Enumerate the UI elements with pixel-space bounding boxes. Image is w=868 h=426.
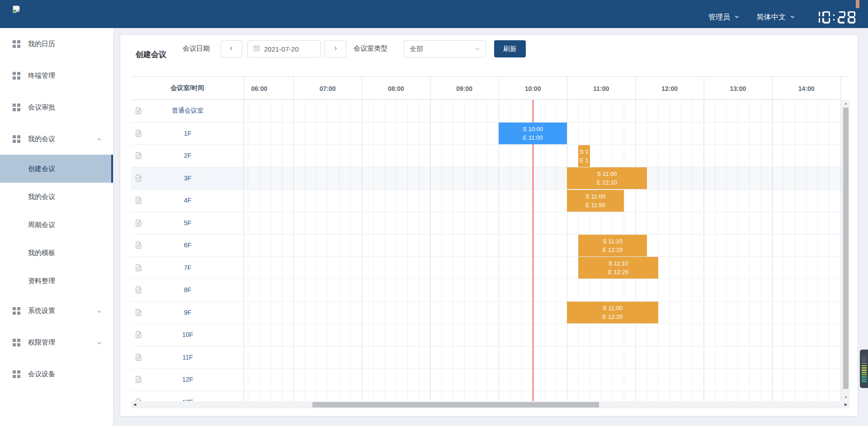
grid-row[interactable] — [244, 346, 842, 369]
schedule-grid[interactable]: S 10:00E 11:00S 1E 1S 11:00E 12:10S 11:0… — [244, 100, 842, 401]
room-link[interactable]: 10F — [131, 331, 244, 338]
room-link[interactable]: 8F — [131, 286, 244, 293]
grid-row[interactable] — [244, 189, 842, 212]
room-row: 8F — [131, 279, 244, 302]
room-row: 1F — [131, 123, 244, 145]
room-link[interactable]: 3F — [131, 175, 244, 182]
grid-row[interactable] — [244, 257, 842, 279]
grid-icon — [13, 307, 20, 315]
time-header-cell: 08:00 — [362, 77, 430, 100]
horizontal-scrollbar-thumb[interactable] — [312, 402, 599, 407]
sidebar-item-2[interactable]: 终端管理 — [0, 60, 113, 91]
sidebar-item-4[interactable]: 我的会议 — [0, 123, 113, 155]
meeting-end: E 11:00 — [523, 133, 543, 142]
room-row: 7F — [131, 257, 244, 279]
meeting-end: E 12:20 — [608, 268, 628, 276]
language-menu-label: 简体中文 — [757, 13, 786, 22]
schedule-table: 会议室/时间 06:0007:0008:0009:0010:0011:0012:… — [131, 76, 849, 408]
sidebar-item-label: 系统设置 — [28, 307, 55, 315]
grid-row[interactable] — [244, 279, 842, 302]
scroll-up-icon[interactable]: ▲ — [842, 100, 849, 107]
scrollbar-artifact — [856, 0, 859, 8]
sidebar-item-5[interactable]: 系统设置 — [0, 295, 113, 327]
chevron-down-icon — [475, 45, 480, 53]
content-card: 创建会议 会议日期 2021-07-20 会议室类型 全部 — [120, 35, 858, 416]
grid-row[interactable] — [244, 302, 842, 324]
room-link[interactable]: 6F — [131, 241, 244, 249]
grid-row[interactable] — [244, 145, 842, 167]
scroll-down-icon[interactable]: ▼ — [842, 394, 849, 401]
sidebar-item-3[interactable]: 会议审批 — [0, 91, 113, 123]
sidebar-item-1[interactable]: 我的日历 — [0, 28, 113, 60]
sidebar-item-7[interactable]: 会议设备 — [0, 358, 113, 390]
grid-row[interactable] — [244, 234, 842, 257]
sidebar-subitem[interactable]: 我的会议 — [0, 183, 113, 211]
room-link[interactable]: 2F — [131, 152, 244, 159]
meeting-block[interactable]: S 11:10E 12:10 — [578, 235, 646, 256]
meeting-block[interactable]: S 11:00E 11:50 — [567, 190, 624, 212]
calendar-icon — [253, 45, 260, 53]
room-link[interactable]: 5F — [131, 219, 244, 227]
sidebar-subitem[interactable]: 资料整理 — [0, 267, 113, 295]
room-link[interactable]: 9F — [131, 309, 244, 316]
room-row: 2F — [131, 145, 244, 167]
digital-clock — [812, 11, 855, 24]
meeting-block[interactable]: S 1E 1 — [578, 145, 590, 167]
scroll-right-icon[interactable]: ▶ — [842, 401, 849, 408]
scroll-left-icon[interactable]: ◀ — [131, 401, 138, 408]
vertical-scrollbar[interactable]: ▲ ▼ — [842, 100, 849, 401]
grid-row[interactable] — [244, 212, 842, 235]
room-type-value: 全部 — [410, 45, 475, 53]
grid-row[interactable] — [244, 369, 842, 391]
topbar: 管理员 简体中文 — [0, 0, 868, 28]
sidebar-subitem-label: 资料整理 — [28, 277, 55, 285]
room-link[interactable]: 普通会议室 — [131, 107, 244, 115]
sidebar-subitem[interactable]: 周期会议 — [0, 211, 113, 239]
level-meter-widget[interactable] — [860, 350, 868, 388]
time-header-cell: 09:00 — [430, 77, 499, 100]
chevron-down-icon — [96, 308, 102, 316]
refresh-button[interactable]: 刷新 — [494, 40, 526, 57]
corner-header: 会议室/时间 — [131, 77, 244, 100]
sidebar-subitem[interactable]: 创建会议 — [0, 155, 113, 183]
sidebar-item-6[interactable]: 权限管理 — [0, 327, 113, 358]
grid-row[interactable] — [244, 167, 842, 190]
chevron-up-icon — [96, 136, 102, 144]
rooms-column: 普通会议室1F2F3F4F5F6F7F8F9F10F11F12F13F — [131, 100, 244, 401]
room-link[interactable]: 11F — [131, 354, 244, 361]
sidebar-subitem[interactable]: 我的模板 — [0, 239, 113, 267]
grid-row[interactable] — [244, 391, 842, 402]
vertical-scrollbar-thumb[interactable] — [843, 108, 849, 389]
meeting-start: S 11:10 — [609, 259, 628, 268]
meeting-block[interactable]: S 11:10E 12:20 — [578, 257, 658, 279]
room-link[interactable]: 4F — [131, 197, 244, 204]
topbar-right: 管理员 简体中文 — [708, 0, 855, 28]
language-menu[interactable]: 简体中文 — [757, 13, 795, 22]
room-row: 13F — [131, 391, 244, 402]
meeting-block[interactable]: S 11:00E 12:10 — [567, 167, 647, 189]
room-row: 10F — [131, 324, 244, 346]
horizontal-scrollbar[interactable]: ◀ ▶ — [131, 401, 849, 408]
room-link[interactable]: 13F — [131, 398, 244, 401]
date-picker[interactable]: 2021-07-20 — [247, 40, 321, 57]
grid-row[interactable] — [244, 324, 842, 346]
grid-row[interactable] — [244, 100, 842, 123]
next-day-button[interactable] — [325, 40, 346, 57]
room-link[interactable]: 12F — [131, 376, 244, 383]
room-link[interactable]: 7F — [131, 264, 244, 271]
sidebar-subitem-label: 我的会议 — [28, 193, 55, 201]
room-type-select[interactable]: 全部 — [404, 40, 486, 57]
time-header-cell: 13:00 — [704, 77, 772, 100]
room-row: 3F — [131, 167, 244, 190]
user-menu[interactable]: 管理员 — [708, 13, 740, 22]
clock-digit — [838, 11, 845, 24]
time-header-cell: 06:00 — [244, 77, 293, 100]
prev-day-button[interactable] — [221, 40, 242, 57]
meeting-block[interactable]: S 10:00E 11:00 — [499, 123, 567, 144]
meeting-block[interactable]: S 11:00E 12:20 — [567, 302, 658, 323]
room-link[interactable]: 1F — [131, 130, 244, 137]
meeting-start: S 11:00 — [585, 192, 605, 201]
chevron-down-icon — [96, 340, 102, 347]
clock-digit — [848, 11, 855, 24]
sidebar: 我的日历终端管理会议审批我的会议创建会议我的会议周期会议我的模板资料整理系统设置… — [0, 28, 113, 426]
